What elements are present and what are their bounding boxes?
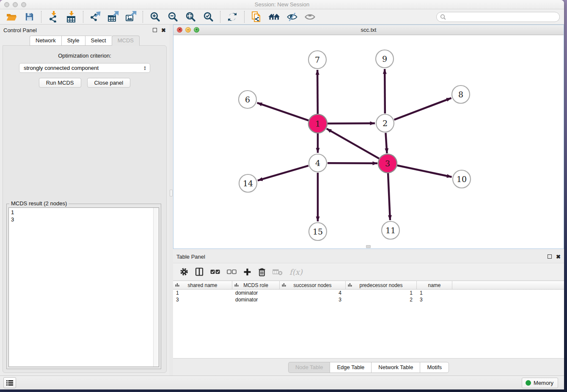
fit-content-button[interactable] [182,10,198,24]
graph-edge-3-1[interactable] [327,129,379,159]
deselect-all-button[interactable] [227,269,237,275]
graph-edge-3-10[interactable] [397,166,452,177]
criterion-value: strongly connected component [24,65,143,71]
cell[interactable]: 3 [280,297,346,303]
graphics-details-eye-icon [286,12,298,22]
add-column-button[interactable] [243,268,251,276]
tab-select[interactable]: Select [85,36,112,46]
select-all-button[interactable] [210,269,220,275]
zoom-out-button[interactable] [165,10,181,24]
cell[interactable]: 4 [280,290,346,296]
toolbar-separator [143,11,143,23]
apply-layout-button[interactable] [224,10,240,24]
network-canvas[interactable]: 7968124314101511 [173,35,564,248]
memory-button[interactable]: Memory [522,378,558,388]
column-header-successor-nodes[interactable]: successor nodes [280,281,346,289]
zoom-selected-button[interactable] [200,10,216,24]
table-row[interactable]: 1dominator411 [173,290,564,296]
graph-edge-1-2[interactable] [328,123,375,124]
control-panel: Control Panel ✖ NetworkStyleSelectMCDS O… [0,25,169,375]
task-history-button[interactable] [3,377,16,388]
float-table-panel-icon[interactable] [548,254,552,259]
cell[interactable]: 3 [173,297,232,303]
graph-node-label-4: 4 [315,158,320,168]
result-scrollbar[interactable] [153,208,159,367]
graph-edge-2-3[interactable] [385,133,387,153]
export-table-button[interactable] [105,10,121,24]
clone-network-button[interactable] [248,10,264,24]
show-all-networks-button[interactable] [266,10,282,24]
cell[interactable]: 1 [417,290,452,296]
refresh-icon [227,12,237,22]
function-builder-button[interactable]: f(x) [289,268,303,276]
table-options-button[interactable] [180,268,188,276]
graph-edge-4-14[interactable] [258,166,308,180]
sort-icon [175,283,179,287]
graph-node-label-8: 8 [458,90,463,99]
import-table-button[interactable] [63,10,79,24]
close-table-panel-icon[interactable]: ✖ [556,254,561,260]
export-network-button[interactable] [87,10,103,24]
import-network-icon [48,11,59,22]
table-toolbar: f(x) [173,263,564,281]
network-maximize-icon[interactable]: + [194,27,199,33]
zoom-selected-icon [203,11,214,22]
table-row[interactable]: 3dominator323 [173,296,564,303]
export-image-button[interactable] [123,10,139,24]
split-panel-button[interactable] [195,268,204,276]
close-panel-icon[interactable]: ✖ [161,27,166,33]
cell[interactable]: dominator [232,297,280,303]
mcds-result-text[interactable]: 1 3 [9,208,153,367]
graph-edge-1-7[interactable] [317,70,318,114]
save-session-button[interactable] [21,10,37,24]
network-minimize-icon[interactable]: − [185,27,191,33]
search-input[interactable] [448,14,556,20]
tab-network-table[interactable]: Network Table [371,362,420,373]
tab-style[interactable]: Style [61,36,85,46]
sort-icon [282,283,286,287]
cell[interactable]: 1 [346,290,417,296]
optimization-criterion-select[interactable]: strongly connected component ▲▼ [19,63,150,73]
zoom-in-button[interactable] [147,10,163,24]
mcds-result-title: MCDS result (2 nodes) [9,200,69,207]
checkboxes-checked-icon [210,269,220,275]
export-network-icon [90,11,101,22]
cell[interactable]: 2 [346,297,417,303]
tab-network[interactable]: Network [30,36,61,46]
network-close-icon[interactable]: ✕ [177,27,182,33]
run-mcds-button[interactable]: Run MCDS [39,78,81,88]
graph-edge-2-9[interactable] [385,69,385,113]
horizontal-splitter-handle[interactable] [366,245,371,248]
cell[interactable]: 3 [417,297,452,303]
birds-eye-view-button[interactable] [302,10,318,24]
graph-edge-1-6[interactable] [257,103,309,121]
delete-table-icon [272,268,283,276]
import-network-button[interactable] [45,10,61,24]
fit-content-icon [185,11,196,22]
zoom-in-icon [150,11,160,22]
open-file-button[interactable] [3,10,19,24]
tab-motifs[interactable]: Motifs [420,362,449,373]
tab-edge-table[interactable]: Edge Table [330,362,371,373]
graph-edge-3-11[interactable] [388,173,390,220]
tab-node-table[interactable]: Node Table [288,362,330,373]
cell[interactable]: dominator [232,290,280,296]
tab-mcds[interactable]: MCDS [112,36,140,46]
trash-icon [258,268,266,276]
sort-icon [348,283,352,287]
column-header-shared-name[interactable]: shared name [173,281,232,289]
graph-edge-4-3[interactable] [328,163,377,163]
delete-column-button[interactable] [258,268,266,276]
show-graphics-details-button[interactable] [284,10,300,24]
splitter-handle-icon [170,190,173,196]
cell[interactable]: 1 [173,290,232,296]
column-header-predecessor-nodes[interactable]: predecessor nodes [346,281,417,289]
column-header-MCDS-role[interactable]: MCDS role [232,281,280,289]
delete-table-button[interactable] [272,268,283,276]
panel-splitter[interactable] [169,25,173,375]
graph-edge-2-8[interactable] [394,98,451,120]
close-panel-button[interactable]: Close panel [87,78,131,88]
zoom-out-icon [168,11,178,22]
column-header-name[interactable]: name [417,281,452,289]
float-panel-icon[interactable] [153,28,157,32]
